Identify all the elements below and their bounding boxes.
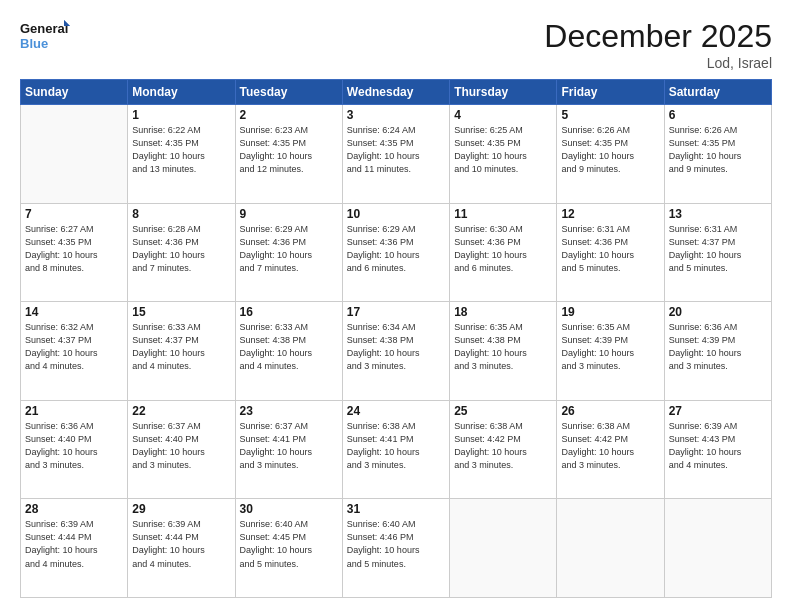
day-cell xyxy=(557,499,664,598)
day-cell: 9Sunrise: 6:29 AM Sunset: 4:36 PM Daylig… xyxy=(235,203,342,302)
day-info: Sunrise: 6:37 AM Sunset: 4:41 PM Dayligh… xyxy=(240,420,338,472)
col-header-thursday: Thursday xyxy=(450,80,557,105)
svg-text:General: General xyxy=(20,21,68,36)
day-cell: 5Sunrise: 6:26 AM Sunset: 4:35 PM Daylig… xyxy=(557,105,664,204)
logo-svg: General Blue xyxy=(20,18,70,58)
day-cell: 31Sunrise: 6:40 AM Sunset: 4:46 PM Dayli… xyxy=(342,499,449,598)
day-number: 29 xyxy=(132,502,230,516)
day-info: Sunrise: 6:25 AM Sunset: 4:35 PM Dayligh… xyxy=(454,124,552,176)
day-number: 30 xyxy=(240,502,338,516)
day-number: 1 xyxy=(132,108,230,122)
day-cell: 17Sunrise: 6:34 AM Sunset: 4:38 PM Dayli… xyxy=(342,302,449,401)
day-number: 8 xyxy=(132,207,230,221)
week-row-1: 1Sunrise: 6:22 AM Sunset: 4:35 PM Daylig… xyxy=(21,105,772,204)
header: General Blue December 2025 Lod, Israel xyxy=(20,18,772,71)
day-info: Sunrise: 6:40 AM Sunset: 4:45 PM Dayligh… xyxy=(240,518,338,570)
day-number: 27 xyxy=(669,404,767,418)
col-header-monday: Monday xyxy=(128,80,235,105)
day-info: Sunrise: 6:29 AM Sunset: 4:36 PM Dayligh… xyxy=(347,223,445,275)
day-info: Sunrise: 6:39 AM Sunset: 4:43 PM Dayligh… xyxy=(669,420,767,472)
day-number: 21 xyxy=(25,404,123,418)
day-info: Sunrise: 6:35 AM Sunset: 4:39 PM Dayligh… xyxy=(561,321,659,373)
location: Lod, Israel xyxy=(544,55,772,71)
calendar-table: SundayMondayTuesdayWednesdayThursdayFrid… xyxy=(20,79,772,598)
day-number: 15 xyxy=(132,305,230,319)
day-cell: 1Sunrise: 6:22 AM Sunset: 4:35 PM Daylig… xyxy=(128,105,235,204)
day-info: Sunrise: 6:32 AM Sunset: 4:37 PM Dayligh… xyxy=(25,321,123,373)
day-number: 31 xyxy=(347,502,445,516)
day-cell: 30Sunrise: 6:40 AM Sunset: 4:45 PM Dayli… xyxy=(235,499,342,598)
day-info: Sunrise: 6:40 AM Sunset: 4:46 PM Dayligh… xyxy=(347,518,445,570)
day-info: Sunrise: 6:37 AM Sunset: 4:40 PM Dayligh… xyxy=(132,420,230,472)
day-number: 9 xyxy=(240,207,338,221)
day-info: Sunrise: 6:27 AM Sunset: 4:35 PM Dayligh… xyxy=(25,223,123,275)
calendar-header-row: SundayMondayTuesdayWednesdayThursdayFrid… xyxy=(21,80,772,105)
week-row-3: 14Sunrise: 6:32 AM Sunset: 4:37 PM Dayli… xyxy=(21,302,772,401)
day-cell: 2Sunrise: 6:23 AM Sunset: 4:35 PM Daylig… xyxy=(235,105,342,204)
logo: General Blue xyxy=(20,18,70,58)
page: General Blue December 2025 Lod, Israel S… xyxy=(0,0,792,612)
day-cell: 16Sunrise: 6:33 AM Sunset: 4:38 PM Dayli… xyxy=(235,302,342,401)
day-info: Sunrise: 6:38 AM Sunset: 4:41 PM Dayligh… xyxy=(347,420,445,472)
day-number: 23 xyxy=(240,404,338,418)
day-info: Sunrise: 6:31 AM Sunset: 4:36 PM Dayligh… xyxy=(561,223,659,275)
col-header-wednesday: Wednesday xyxy=(342,80,449,105)
day-number: 16 xyxy=(240,305,338,319)
day-number: 18 xyxy=(454,305,552,319)
day-number: 26 xyxy=(561,404,659,418)
day-cell: 7Sunrise: 6:27 AM Sunset: 4:35 PM Daylig… xyxy=(21,203,128,302)
day-cell: 11Sunrise: 6:30 AM Sunset: 4:36 PM Dayli… xyxy=(450,203,557,302)
day-info: Sunrise: 6:26 AM Sunset: 4:35 PM Dayligh… xyxy=(561,124,659,176)
week-row-5: 28Sunrise: 6:39 AM Sunset: 4:44 PM Dayli… xyxy=(21,499,772,598)
day-cell: 4Sunrise: 6:25 AM Sunset: 4:35 PM Daylig… xyxy=(450,105,557,204)
day-info: Sunrise: 6:30 AM Sunset: 4:36 PM Dayligh… xyxy=(454,223,552,275)
day-info: Sunrise: 6:35 AM Sunset: 4:38 PM Dayligh… xyxy=(454,321,552,373)
day-number: 10 xyxy=(347,207,445,221)
col-header-saturday: Saturday xyxy=(664,80,771,105)
day-info: Sunrise: 6:38 AM Sunset: 4:42 PM Dayligh… xyxy=(454,420,552,472)
svg-text:Blue: Blue xyxy=(20,36,48,51)
day-number: 20 xyxy=(669,305,767,319)
day-number: 13 xyxy=(669,207,767,221)
col-header-sunday: Sunday xyxy=(21,80,128,105)
day-number: 2 xyxy=(240,108,338,122)
day-info: Sunrise: 6:39 AM Sunset: 4:44 PM Dayligh… xyxy=(132,518,230,570)
week-row-4: 21Sunrise: 6:36 AM Sunset: 4:40 PM Dayli… xyxy=(21,400,772,499)
day-info: Sunrise: 6:34 AM Sunset: 4:38 PM Dayligh… xyxy=(347,321,445,373)
day-cell: 28Sunrise: 6:39 AM Sunset: 4:44 PM Dayli… xyxy=(21,499,128,598)
day-info: Sunrise: 6:22 AM Sunset: 4:35 PM Dayligh… xyxy=(132,124,230,176)
day-number: 28 xyxy=(25,502,123,516)
day-cell: 25Sunrise: 6:38 AM Sunset: 4:42 PM Dayli… xyxy=(450,400,557,499)
day-cell: 27Sunrise: 6:39 AM Sunset: 4:43 PM Dayli… xyxy=(664,400,771,499)
day-cell: 10Sunrise: 6:29 AM Sunset: 4:36 PM Dayli… xyxy=(342,203,449,302)
day-number: 25 xyxy=(454,404,552,418)
day-number: 14 xyxy=(25,305,123,319)
day-info: Sunrise: 6:26 AM Sunset: 4:35 PM Dayligh… xyxy=(669,124,767,176)
day-info: Sunrise: 6:39 AM Sunset: 4:44 PM Dayligh… xyxy=(25,518,123,570)
day-info: Sunrise: 6:38 AM Sunset: 4:42 PM Dayligh… xyxy=(561,420,659,472)
week-row-2: 7Sunrise: 6:27 AM Sunset: 4:35 PM Daylig… xyxy=(21,203,772,302)
title-block: December 2025 Lod, Israel xyxy=(544,18,772,71)
col-header-friday: Friday xyxy=(557,80,664,105)
day-number: 19 xyxy=(561,305,659,319)
day-cell: 21Sunrise: 6:36 AM Sunset: 4:40 PM Dayli… xyxy=(21,400,128,499)
day-number: 22 xyxy=(132,404,230,418)
day-info: Sunrise: 6:23 AM Sunset: 4:35 PM Dayligh… xyxy=(240,124,338,176)
day-cell: 12Sunrise: 6:31 AM Sunset: 4:36 PM Dayli… xyxy=(557,203,664,302)
day-info: Sunrise: 6:36 AM Sunset: 4:40 PM Dayligh… xyxy=(25,420,123,472)
day-cell xyxy=(450,499,557,598)
day-number: 5 xyxy=(561,108,659,122)
day-info: Sunrise: 6:36 AM Sunset: 4:39 PM Dayligh… xyxy=(669,321,767,373)
day-number: 6 xyxy=(669,108,767,122)
day-number: 7 xyxy=(25,207,123,221)
day-cell: 6Sunrise: 6:26 AM Sunset: 4:35 PM Daylig… xyxy=(664,105,771,204)
day-cell: 15Sunrise: 6:33 AM Sunset: 4:37 PM Dayli… xyxy=(128,302,235,401)
day-cell: 22Sunrise: 6:37 AM Sunset: 4:40 PM Dayli… xyxy=(128,400,235,499)
day-number: 4 xyxy=(454,108,552,122)
day-cell: 23Sunrise: 6:37 AM Sunset: 4:41 PM Dayli… xyxy=(235,400,342,499)
day-number: 12 xyxy=(561,207,659,221)
day-cell xyxy=(21,105,128,204)
day-number: 17 xyxy=(347,305,445,319)
day-info: Sunrise: 6:33 AM Sunset: 4:38 PM Dayligh… xyxy=(240,321,338,373)
day-number: 24 xyxy=(347,404,445,418)
